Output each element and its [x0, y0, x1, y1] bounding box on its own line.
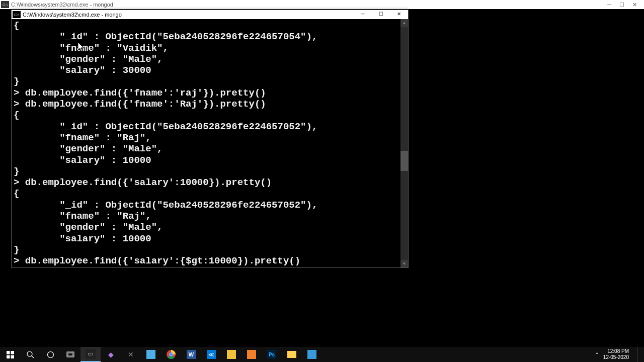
show-desktop-button[interactable]	[637, 347, 640, 362]
tray-clock[interactable]: 12:08 PM 12-05-2020	[603, 348, 629, 360]
scroll-up-button[interactable]: ▲	[400, 19, 408, 27]
bg-close-button[interactable]: ✕	[632, 2, 637, 8]
app-icon-2[interactable]	[242, 347, 262, 362]
start-button[interactable]	[0, 347, 20, 362]
tray-time-text: 12:08 PM	[603, 348, 629, 354]
file-explorer-icon[interactable]	[282, 347, 302, 362]
cortana-icon[interactable]	[40, 347, 60, 362]
foreground-cmd-window[interactable]: C:\ C:\Windows\system32\cmd.exe - mongo …	[11, 10, 409, 268]
chrome-icon[interactable]	[161, 347, 181, 362]
search-icon[interactable]	[20, 347, 40, 362]
svg-point-13	[170, 353, 173, 356]
scroll-down-button[interactable]: ▼	[400, 260, 408, 267]
svg-rect-3	[11, 355, 14, 358]
taskbar[interactable]: C:\ ◆ ✕ W ≪ Ps ˄ 12:08 PM 12-05-2020	[0, 347, 644, 362]
bg-window-title: C:\Windows\system32\cmd.exe - mongod	[11, 2, 607, 8]
bg-minimize-button[interactable]: ─	[607, 2, 611, 8]
tools-icon[interactable]: ✕	[121, 347, 141, 362]
console-output[interactable]: { "_id" : ObjectId("5eba240528296fe22465…	[12, 19, 400, 267]
fg-minimize-button[interactable]: ─	[354, 10, 372, 19]
cmd-icon: C:\	[13, 11, 21, 18]
fg-window-title: C:\Windows\system32\cmd.exe - mongo	[23, 12, 354, 18]
cmd-taskbar-icon[interactable]: C:\	[80, 347, 101, 362]
tray-chevron-icon[interactable]: ˄	[596, 352, 598, 357]
svg-point-6	[47, 351, 53, 357]
visual-studio-icon[interactable]: ◆	[101, 347, 121, 362]
photoshop-icon[interactable]: Ps	[262, 347, 282, 362]
notepad-icon[interactable]	[141, 347, 161, 362]
fg-titlebar[interactable]: C:\ C:\Windows\system32\cmd.exe - mongo …	[12, 10, 408, 19]
svg-rect-1	[11, 351, 14, 354]
cmd-icon: C:\	[1, 1, 9, 8]
task-view-icon[interactable]	[60, 347, 80, 362]
fg-maximize-button[interactable]: ☐	[372, 10, 390, 19]
app-icon-3[interactable]	[302, 347, 322, 362]
bg-maximize-button[interactable]: ☐	[619, 2, 624, 8]
bg-titlebar[interactable]: C:\ C:\Windows\system32\cmd.exe - mongod…	[0, 0, 644, 9]
app-icon-1[interactable]	[221, 347, 242, 362]
svg-rect-0	[7, 351, 10, 354]
svg-rect-2	[7, 355, 10, 358]
fg-close-button[interactable]: ✕	[390, 10, 408, 19]
vertical-scrollbar[interactable]: ▲ ▼	[400, 19, 408, 267]
svg-point-4	[27, 351, 32, 356]
svg-rect-8	[68, 353, 73, 356]
word-icon[interactable]: W	[181, 347, 201, 362]
svg-line-5	[32, 356, 34, 358]
tray-date-text: 12-05-2020	[603, 354, 629, 360]
scroll-thumb[interactable]	[400, 151, 408, 171]
vscode-icon[interactable]: ≪	[201, 347, 221, 362]
